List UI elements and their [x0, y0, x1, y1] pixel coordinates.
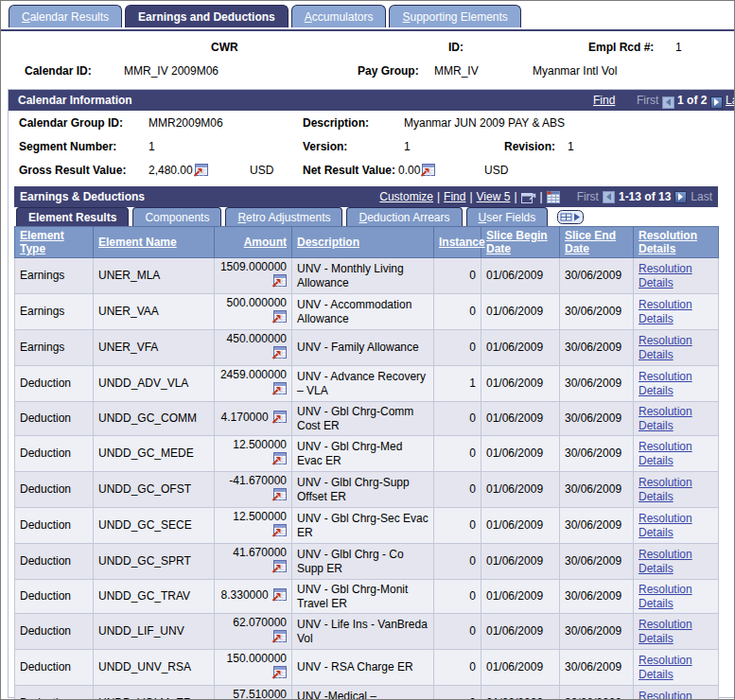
resolution-drill-icon[interactable] [271, 310, 287, 327]
cell-description: UNV - Accommodation Allowance [292, 294, 434, 330]
table-row: Deduction UNDD_ADV_VLA 2459.000000 UNV -… [15, 366, 719, 402]
resolution-drill-icon[interactable] [271, 411, 287, 428]
cell-element-type: Deduction [15, 544, 94, 580]
tab-calendar-results[interactable]: Calendar Results [9, 5, 122, 27]
revision-label: Revision: [504, 140, 555, 153]
resolution-details-link[interactable]: Resolution Details [639, 405, 692, 432]
resolution-drill-icon[interactable] [271, 666, 287, 683]
zoom-popup-icon[interactable] [521, 191, 536, 203]
cell-instance: 0 [434, 580, 481, 614]
tab-earnings-and-deductions[interactable]: Earnings and Deductions [125, 5, 289, 27]
chevron-left-icon[interactable] [603, 191, 615, 203]
table-row: Deduction UNDD_GC_SPRT 41.670000 UNV - G… [15, 544, 719, 580]
resolution-drill-icon[interactable] [271, 488, 287, 505]
grid-range-indicator: 1-13 of 13 [619, 186, 671, 207]
cell-resolution-details: Resolution Details [634, 508, 719, 544]
cell-description: UNV - Monthly Living Allowance [292, 258, 434, 294]
cell-description: UNV - Glbl Chrg - Co Supp ER [292, 544, 434, 580]
cell-resolution-details: Resolution Details [634, 472, 719, 508]
resolution-details-link[interactable]: Resolution Details [639, 548, 692, 575]
calendar-find-link[interactable]: Find [593, 94, 615, 107]
calendar-information-title: Calendar Information [9, 94, 132, 107]
gross-currency: USD [250, 164, 273, 177]
cell-element-name: UNDD_GC_OFST [94, 472, 215, 508]
calendar-last-link[interactable]: Last [726, 94, 735, 107]
cell-slice-begin-date: 01/06/2009 [481, 544, 560, 580]
cell-description: UNV -Medical – VanBreda Vol ER [292, 686, 434, 700]
resolution-details-link[interactable]: Resolution Details [639, 476, 692, 503]
resolution-drill-icon[interactable] [271, 346, 287, 363]
cell-slice-end-date: 30/06/2009 [560, 258, 634, 294]
resolution-details-link[interactable]: Resolution Details [639, 654, 692, 681]
cell-amount: 62.070000 [215, 614, 292, 650]
net-result-value-wrap: 0.00 [398, 164, 435, 180]
resolution-details-link[interactable]: Resolution Details [639, 440, 692, 467]
cell-instance: 0 [434, 436, 481, 472]
cell-instance: 0 [434, 508, 481, 544]
tab-user-fields[interactable]: User Fields [466, 207, 549, 226]
cell-resolution-details: Resolution Details [634, 650, 719, 686]
resolution-details-link[interactable]: Resolution Details [639, 334, 692, 361]
resolution-details-link[interactable]: Resolution Details [639, 618, 692, 645]
resolution-drill-icon[interactable] [193, 164, 208, 180]
cell-slice-begin-date: 01/06/2009 [481, 436, 560, 472]
cell-description: UNV - Gbl Chrg-Comm Cost ER [292, 402, 434, 436]
cell-slice-end-date: 30/06/2009 [560, 544, 634, 580]
resolution-drill-icon[interactable] [271, 630, 287, 647]
tab-components[interactable]: Components [132, 207, 221, 226]
cell-element-name: UNDD_GC_COMM [94, 402, 215, 436]
resolution-details-link[interactable]: Resolution Details [639, 370, 692, 397]
chevron-right-icon[interactable] [710, 96, 723, 109]
view-5-link[interactable]: View 5 [477, 186, 511, 207]
tab-element-results[interactable]: Element Results [16, 207, 129, 226]
cell-amount: 41.670000 [215, 544, 292, 580]
table-row: Deduction UNDD_GC_MEDE 12.500000 UNV - G… [15, 436, 719, 472]
tab-deduction-arrears[interactable]: Deduction Arrears [346, 207, 462, 226]
tab-supporting-elements[interactable]: Supporting Elements [389, 5, 520, 27]
table-row: Deduction UNDD_GC_TRAV 8.330000 UNV - Gb… [15, 580, 719, 614]
cell-element-name: UNDD_UNV_RSA [94, 650, 215, 686]
resolution-details-link[interactable]: Resolution Details [639, 690, 692, 700]
resolution-drill-icon[interactable] [420, 164, 435, 180]
grid-find-link[interactable]: Find [444, 186, 465, 207]
cell-slice-begin-date: 01/06/2009 [481, 614, 560, 650]
cell-amount: 2459.000000 [215, 366, 292, 402]
table-header-row: Element Type Element Name Amount Descrip… [15, 227, 719, 258]
resolution-details-link[interactable]: Resolution Details [639, 583, 692, 610]
cell-resolution-details: Resolution Details [634, 294, 719, 330]
resolution-drill-icon[interactable] [271, 274, 287, 291]
cell-amount: 57.510000 [215, 686, 292, 700]
show-all-columns-icon[interactable] [557, 210, 584, 224]
download-grid-icon[interactable] [547, 191, 560, 203]
empl-rcd-label: Empl Rcd #: [588, 41, 654, 54]
chevron-right-icon[interactable] [674, 191, 687, 203]
resolution-drill-icon[interactable] [271, 560, 287, 577]
cell-element-name: UNDD_VOLM_ER [94, 686, 215, 700]
resolution-drill-icon[interactable] [271, 524, 287, 541]
resolution-drill-icon[interactable] [271, 382, 287, 399]
calendar-id-value: MMR_IV 2009M06 [124, 64, 219, 78]
col-resolution-details: Resolution Details [634, 227, 719, 258]
cell-instance: 0 [434, 472, 481, 508]
resolution-drill-icon[interactable] [271, 588, 287, 605]
chevron-left-icon[interactable] [662, 96, 674, 109]
resolution-drill-icon[interactable] [271, 452, 287, 469]
customize-link[interactable]: Customize [379, 186, 433, 207]
cell-slice-begin-date: 01/06/2009 [481, 294, 560, 330]
cell-slice-begin-date: 01/06/2009 [481, 330, 560, 366]
cell-resolution-details: Resolution Details [634, 544, 719, 580]
cell-element-name: UNDD_GC_MEDE [94, 436, 215, 472]
table-row: Deduction UNDD_GC_COMM 4.170000 UNV - Gb… [15, 402, 719, 436]
cell-instance: 0 [434, 402, 481, 436]
segment-number-label: Segment Number: [19, 140, 116, 153]
cell-element-name: UNDD_GC_SPRT [94, 544, 215, 580]
cell-element-type: Deduction [15, 436, 94, 472]
col-element-name: Element Name [94, 227, 215, 258]
tab-accumulators[interactable]: Accumulators [291, 5, 387, 27]
cell-element-name: UNER_VAA [94, 294, 215, 330]
resolution-details-link[interactable]: Resolution Details [639, 298, 692, 325]
tab-retro-adjustments[interactable]: Retro Adjustments [225, 207, 342, 226]
gross-result-value: 2,480.00 [149, 164, 193, 177]
resolution-details-link[interactable]: Resolution Details [639, 262, 692, 289]
resolution-details-link[interactable]: Resolution Details [639, 512, 692, 539]
